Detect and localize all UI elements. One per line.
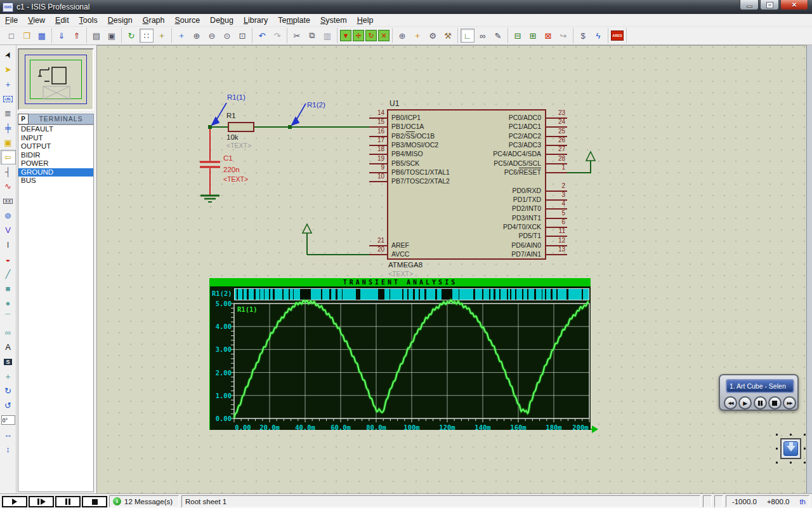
menu-graph[interactable]: Graph xyxy=(138,14,170,27)
menu-edit[interactable]: Edit xyxy=(50,14,74,27)
component-mode-button[interactable]: ➤ xyxy=(1,62,16,77)
generator-mode-button[interactable]: ⊚ xyxy=(1,208,16,223)
rotate-anticlockwise-button[interactable]: ↺ xyxy=(1,398,16,413)
pin-stub[interactable] xyxy=(369,254,387,255)
player-stop-button[interactable] xyxy=(768,396,782,410)
2d-marker-mode-button[interactable]: ＋ xyxy=(1,369,16,384)
design-explorer-button[interactable]: ⊟ xyxy=(511,29,525,43)
r1-value[interactable]: 10k xyxy=(226,133,239,141)
virtual-instruments-mode-button[interactable]: ◒ xyxy=(1,252,16,267)
block-copy-button[interactable]: ▼ xyxy=(340,30,351,41)
device-pins-mode-button[interactable]: ┤ xyxy=(1,164,16,179)
transient-analysis-graph[interactable]: TRANSIENT ANALYSIS R1(2) R1(1) 0.001.002… xyxy=(210,278,591,430)
close-button[interactable]: ✕ xyxy=(780,0,808,10)
import-section-button[interactable]: ⇓ xyxy=(55,29,69,43)
terminal-item-default[interactable]: DEFAULT xyxy=(18,125,93,134)
redraw-button[interactable]: ↻ xyxy=(124,29,138,43)
c1-ref[interactable]: C1 xyxy=(223,154,233,162)
goto-sheet-button[interactable]: ↪ xyxy=(556,29,570,43)
terminal-item-input[interactable]: INPUT xyxy=(18,134,93,143)
pin-stub[interactable] xyxy=(369,181,387,182)
block-rotate-button[interactable]: ↻ xyxy=(365,30,377,41)
download-widget[interactable] xyxy=(780,438,801,459)
2d-circle-mode-button[interactable]: ● xyxy=(1,296,16,311)
export-section-button[interactable]: ⇑ xyxy=(70,29,84,43)
new-component-button[interactable]: ＋ xyxy=(410,29,424,43)
2d-symbol-mode-button[interactable]: S xyxy=(1,354,16,369)
rotation-angle-button[interactable] xyxy=(1,413,16,427)
minimize-button[interactable] xyxy=(740,0,759,10)
copy-button[interactable]: ⧉ xyxy=(305,29,319,43)
current-probe-mode-button[interactable]: I xyxy=(1,237,16,252)
voltage-probe-r1-2[interactable]: R1(2) xyxy=(307,101,325,109)
restore-button[interactable] xyxy=(760,0,779,10)
terminal-item-bidir[interactable]: BIDIR xyxy=(18,151,93,160)
r1-ref[interactable]: R1 xyxy=(226,112,236,119)
mark-output-area-button[interactable]: ▣ xyxy=(105,29,119,43)
terminal-item-ground[interactable]: GROUND xyxy=(18,168,93,177)
pan-button[interactable]: ＋ xyxy=(174,29,188,43)
flip-vertical-button[interactable]: ↕ xyxy=(1,442,16,457)
grid-toggle-button[interactable]: ∷ xyxy=(140,29,154,43)
electrical-rules-check-button[interactable]: ϟ xyxy=(591,29,605,43)
2d-arc-mode-button[interactable]: ⌒ xyxy=(1,311,16,325)
buses-mode-button[interactable]: ╪ xyxy=(1,121,16,135)
terminal-item-output[interactable]: OUTPUT xyxy=(18,142,93,151)
2d-line-mode-button[interactable]: ╱ xyxy=(1,267,16,281)
zoom-in-button[interactable]: ⊕ xyxy=(190,29,204,43)
voltage-probe-r1-1[interactable]: R1(1) xyxy=(227,93,246,101)
2d-box-mode-button[interactable]: ■ xyxy=(1,281,16,296)
undo-button[interactable]: ↶ xyxy=(255,29,269,43)
new-sheet-button[interactable]: ⊞ xyxy=(526,29,540,43)
menu-help[interactable]: Help xyxy=(352,14,379,27)
player-pause-button[interactable] xyxy=(754,396,767,410)
print-button[interactable]: ▤ xyxy=(89,29,103,43)
terminal-item-bus[interactable]: BUS xyxy=(18,177,93,185)
menu-library[interactable]: Library xyxy=(239,14,273,27)
resistor-r1[interactable] xyxy=(228,122,254,132)
player-next-button[interactable]: ▶▶ xyxy=(783,396,796,410)
search-tag-button[interactable]: ∞ xyxy=(476,29,490,43)
player-previous-button[interactable]: ◀◀ xyxy=(724,396,737,410)
pin-stub[interactable] xyxy=(546,172,567,173)
u1-ref[interactable]: U1 xyxy=(390,99,399,108)
rotation-angle-input[interactable] xyxy=(1,415,15,425)
origin-button[interactable]: ＋ xyxy=(155,29,169,43)
open-folder-button[interactable]: ❒ xyxy=(20,29,34,43)
save-file-button[interactable]: ▦ xyxy=(35,29,49,43)
sim-step-button[interactable] xyxy=(29,496,54,507)
player-play-button[interactable]: ▶ xyxy=(738,396,752,410)
rotate-clockwise-button[interactable]: ↻ xyxy=(1,384,16,398)
edit-properties-button[interactable]: ⊕ xyxy=(395,29,409,43)
wire-autorouter-button[interactable]: ∟ xyxy=(461,29,475,43)
menu-view[interactable]: View xyxy=(23,14,50,27)
property-assignment-button[interactable]: ✎ xyxy=(491,29,505,43)
menu-template[interactable]: Template xyxy=(273,14,315,27)
graph-mode-button[interactable]: ∿ xyxy=(1,179,16,194)
paste-button[interactable]: ▥ xyxy=(320,29,334,43)
junction-dot-mode-button[interactable]: ＋ xyxy=(1,77,16,91)
tape-recorder-mode-button[interactable]: 8.8 xyxy=(1,194,16,208)
cut-button[interactable]: ✂ xyxy=(290,29,304,43)
menu-design[interactable]: Design xyxy=(103,14,138,27)
menu-tools[interactable]: Tools xyxy=(74,14,103,27)
sim-pause-button[interactable] xyxy=(55,496,81,507)
redo-button[interactable]: ↷ xyxy=(270,29,284,43)
bill-of-materials-button[interactable]: $ xyxy=(576,29,590,43)
zoom-area-button[interactable]: ⊡ xyxy=(235,29,249,43)
media-player-widget[interactable]: 1. Art Cube - Selen ◀◀▶▶▶ xyxy=(719,374,799,411)
menu-system[interactable]: System xyxy=(315,14,352,27)
menu-file[interactable]: File xyxy=(0,14,23,27)
terminal-item-power[interactable]: POWER xyxy=(18,159,93,168)
remove-sheet-button[interactable]: ⊠ xyxy=(541,29,555,43)
flip-horizontal-button[interactable]: ↔ xyxy=(1,427,16,442)
make-device-button[interactable]: ⚙ xyxy=(426,29,440,43)
pick-devices-button[interactable]: P xyxy=(18,114,29,124)
zoom-all-button[interactable]: ⊙ xyxy=(220,29,234,43)
block-delete-button[interactable]: ✕ xyxy=(378,30,390,41)
pin-stub[interactable] xyxy=(546,254,567,255)
new-file-button[interactable]: □ xyxy=(4,29,18,43)
2d-text-mode-button[interactable]: A xyxy=(1,340,16,354)
message-panel[interactable]: i 12 Message(s) xyxy=(109,495,179,507)
packaging-tool-button[interactable]: ⚒ xyxy=(441,29,455,43)
